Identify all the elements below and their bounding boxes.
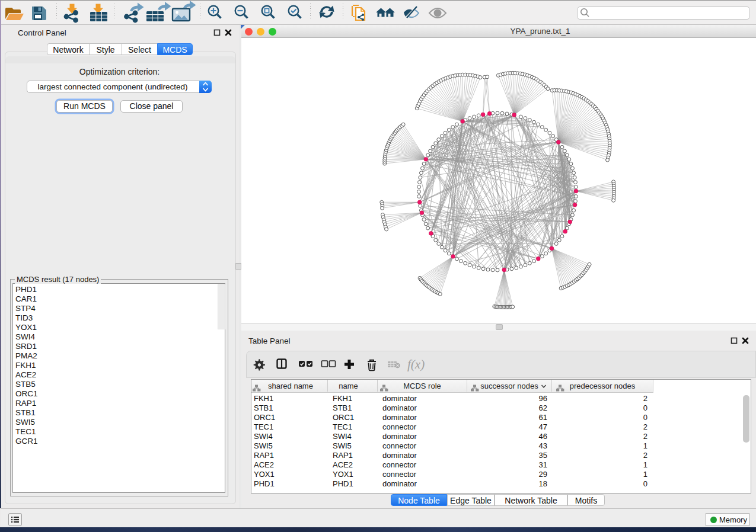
svg-text:f(x): f(x) [407,357,425,371]
